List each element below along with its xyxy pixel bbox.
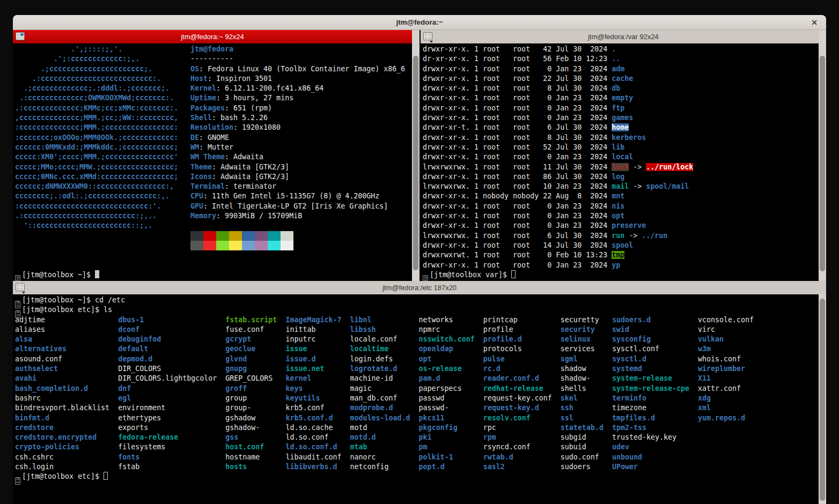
grid-cell (428, 33, 431, 36)
layout-grid-icon[interactable] (16, 32, 25, 40)
file-row: drwxr-xr-x. 1 root root 86 Jul 30 2024 l… (423, 172, 819, 182)
info-line: Packages: 651 (rpm) (190, 103, 405, 113)
separator-line: ---------- (190, 54, 405, 64)
pane-titlebar-home[interactable]: jtm@fedora:~ 92x24 (13, 30, 412, 43)
file-meta: drwxr-xr-x. 1 root root 0 Jan 23 2024 (423, 153, 612, 161)
info-line: CPU: 11th Gen Intel i5-1135G7 (8) @ 4.20… (190, 191, 405, 201)
file-meta: dr-xr-xr-x. 1 root root 56 Feb 10 12:23 (423, 55, 612, 63)
scrollbar-thumb[interactable] (820, 299, 825, 501)
scrollbar[interactable] (819, 294, 826, 504)
file-row: alsa debuginfod gcrypt inputrc locale.co… (15, 335, 819, 344)
file-name: group- (225, 404, 251, 412)
terminal-etc[interactable]: 2822[jtm@toolbox ~]$ cd /etc2822[jtm@too… (13, 294, 819, 504)
window-titlebar[interactable]: jtm@fedora:~ ✕ (13, 15, 826, 30)
file-name: group (225, 394, 247, 402)
ascii-art-fedora-logo: .',;::::;,'. .';:cccccccccccc:;,. .;cccc… (15, 45, 178, 231)
info-value: : Adwaita [GTK2/3] (212, 173, 289, 181)
file-name: xml (698, 404, 711, 412)
info-line: Host: Inspiron 3501 (190, 74, 405, 84)
file-name: pki (419, 433, 432, 441)
file-name: DIR_COLORS (118, 365, 161, 373)
file-name: request-key.d (483, 404, 539, 412)
scrollbar[interactable] (412, 30, 420, 281)
file-name: GREP_COLORS (225, 374, 273, 382)
info-value: : Mutter (199, 143, 233, 151)
file-name: spool (612, 241, 633, 249)
scrollbar-thumb[interactable] (413, 56, 418, 270)
file-name: libnl (350, 316, 371, 324)
pane-titlebar-etc[interactable]: jtm@fedora:/etc 187x20 (13, 281, 826, 294)
info-value: : Inspiron 3501 (208, 75, 272, 83)
close-icon[interactable]: ✕ (811, 15, 818, 30)
file-row: drwxr-xr-x. 1 root root 8 Jul 30 2024 ke… (423, 133, 819, 143)
file-name: krb5.conf (285, 404, 324, 412)
file-name: resolv.conf (483, 414, 531, 422)
pane-title: jtm@fedora:/var 92x24 (588, 33, 659, 41)
scrollbar[interactable] (819, 30, 826, 281)
file-name: run (612, 232, 624, 240)
layout-grid-icon[interactable] (16, 283, 25, 291)
grid-cell (17, 284, 20, 287)
file-name: gshadow- (225, 424, 260, 432)
file-meta: drwxr-xr-x. 1 root root 0 Jan 23 2024 (423, 104, 612, 112)
file-meta: lrwxrwxrwx. 1 root root 11 Jul 30 2024 (423, 163, 612, 171)
file-name: rpm (483, 433, 496, 441)
info-value: : 651 (rpm) (225, 104, 272, 112)
file-meta: drwxr-xr-x. 1 root root 14 Jul 30 2024 (423, 241, 612, 249)
terminal-var[interactable]: drwxr-xr-x. 1 root root 42 Jul 30 2024 .… (421, 43, 819, 281)
file-name: login.defs (350, 355, 393, 363)
file-name: netconfig (350, 463, 389, 471)
prompt-line: 2822[jtm@toolbox var]$ (423, 270, 819, 280)
file-name: debuginfod (118, 335, 161, 343)
file-name: reader.conf.d (483, 374, 539, 382)
file-name: os-release (419, 365, 462, 373)
file-row: lrwxrwxrwx. 1 root root 11 Jul 30 2024 l… (423, 162, 819, 172)
file-name: shadow- (561, 374, 591, 382)
file-name: binfmt.d (15, 414, 49, 422)
info-line: Memory: 9903MiB / 15709MiB (190, 211, 405, 221)
terminal-neofetch[interactable]: .',;::::;,'. .';:cccccccccccc:;,. .;cccc… (13, 43, 412, 281)
file-row: drwxr-xr-x. 1 root root 22 Jul 30 2024 c… (423, 74, 819, 84)
layout-grid-icon[interactable] (423, 32, 432, 40)
file-name: modprobe.d (350, 404, 393, 412)
file-name: udev (612, 443, 629, 451)
text-cursor[interactable] (104, 472, 108, 480)
palette-swatch (216, 231, 229, 241)
file-name: printcap (483, 316, 518, 324)
ascii-art-line: .;ccccccccccccc;.:dddl:.;ccccccc;. (15, 84, 178, 93)
file-name: rc.d (483, 365, 501, 373)
file-name: sgml (561, 355, 578, 363)
file-row: drwxr-xr-x. 1 nobody nobody 22 Aug 8 202… (423, 191, 819, 201)
file-name: local (612, 153, 633, 161)
file-name: hostname (225, 453, 260, 461)
file-name: w3m (698, 345, 711, 353)
file-name: motd.d (350, 433, 376, 441)
file-name: dnf (118, 384, 131, 392)
file-meta: drwxr-xr-x. 1 root root 86 Jul 30 2024 (423, 173, 612, 181)
file-name: ssh (561, 404, 573, 412)
grid-cell (20, 287, 24, 290)
file-name: alsa (15, 335, 32, 343)
file-name: opt (419, 355, 432, 363)
file-name: unbound (612, 453, 642, 461)
file-name: trusted-key.key (612, 433, 676, 441)
text-cursor[interactable] (511, 270, 516, 278)
ascii-art-line: ccccc;MMo;cccc;MMW.;ccccccccccccccccc; (15, 162, 178, 172)
file-name: libibverbs.d (285, 463, 337, 471)
file-name: wireplumber (698, 365, 745, 373)
prompt-text: [jtm@toolbox var]$ (430, 271, 511, 279)
file-row: bash_completion.d dnf groff keys magic p… (15, 384, 819, 394)
file-name: hosts (225, 463, 247, 471)
separator: ---------- (190, 55, 233, 63)
file-name: selinux (561, 335, 591, 343)
symlink-arrow: -> (624, 232, 642, 240)
info-value: : 9903MiB / 15709MiB (216, 212, 302, 220)
info-line: Kernel: 6.12.11-200.fc41.x86_64 (190, 84, 405, 93)
file-name: localtime (350, 345, 389, 353)
pane-titlebar-var[interactable]: jtm@fedora:/var 92x24 (421, 30, 826, 43)
text-cursor[interactable] (95, 270, 99, 278)
file-name: environment (118, 404, 165, 412)
scrollbar-thumb[interactable] (820, 56, 825, 271)
file-row: asound.conf depmod.d glvnd issue.d login… (15, 354, 819, 364)
ascii-art-line: :cccccccccccccccccccccccccccccc:'. (15, 202, 178, 211)
